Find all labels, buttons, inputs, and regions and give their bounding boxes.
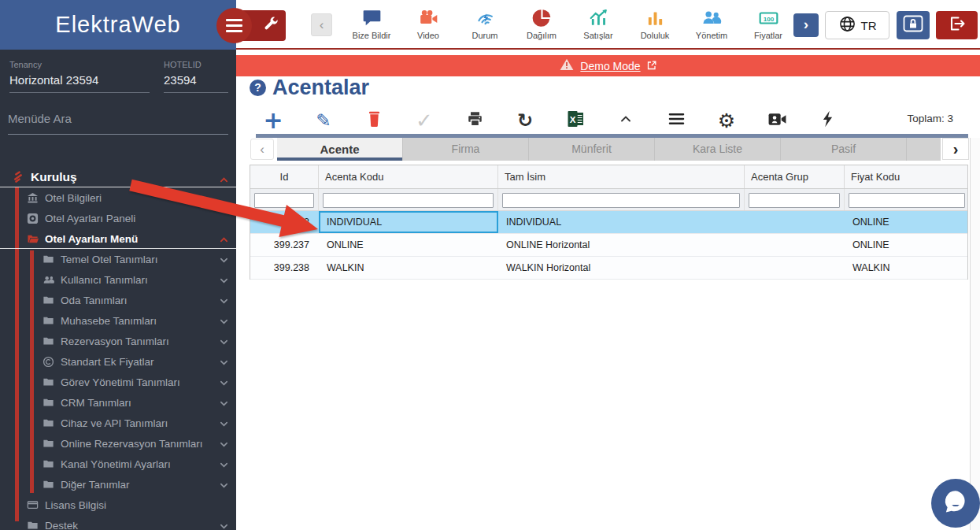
sidebar-item-temel-otel-tan-mlar-[interactable]: Temel Otel Tanımları [0, 249, 236, 269]
sidebar-item-label: Muhasebe Tanımları [61, 315, 157, 327]
sidebar-item-muhasebe-tan-mlar-[interactable]: Muhasebe Tanımları [0, 310, 236, 331]
lock-screen-button[interactable] [897, 11, 930, 39]
add-button[interactable]: + [261, 109, 285, 132]
nav-sat-lar[interactable]: Satışlar [570, 5, 627, 40]
cell-name[interactable]: INDIVIDUAL [498, 211, 745, 233]
approve-button[interactable]: ✓ [412, 109, 436, 132]
sidebar-item-rezervasyon-tan-mlar-[interactable]: Rezervasyon Tanımları [0, 331, 236, 351]
tab-strip: AcenteFirmaMünferitKara ListePasif [277, 138, 941, 161]
sidebar-item-label: Otel Ayarları Menü [45, 233, 138, 245]
tab-firma[interactable]: Firma [403, 138, 529, 161]
chevron-down-icon [220, 317, 228, 328]
main-area: ‹ Bize BildirVideoDurumDağılımSatışlarDo… [236, 0, 980, 530]
chevron-up-icon [220, 173, 228, 187]
print-icon [466, 110, 484, 131]
collapse-button[interactable] [614, 109, 638, 132]
demo-mode-banner: Demo Mode [236, 55, 980, 76]
support-chat-button[interactable] [931, 479, 980, 528]
sidebar-item-oda-tan-mlar-[interactable]: Oda Tanımları [0, 290, 236, 310]
cell-price[interactable]: ONLINE [845, 211, 969, 233]
table-row[interactable]: 399.238WALKINWALKIN HorizontalWALKIN [250, 257, 967, 280]
folder-icon [42, 254, 55, 265]
excel-export-button[interactable]: X [564, 109, 587, 132]
sidebar-item-cihaz-ve-api-tan-mlar-[interactable]: Cihaz ve API Tanımları [0, 413, 236, 433]
cell-name[interactable]: ONLINE Horizontal [498, 234, 745, 256]
tab-kara-liste[interactable]: Kara Liste [655, 138, 781, 161]
delete-button[interactable] [362, 109, 386, 132]
cell-group[interactable] [745, 257, 845, 279]
sidebar-item-kurulu-[interactable]: Kuruluş [0, 167, 236, 187]
nav-da-l-m[interactable]: Dağılım [513, 5, 570, 40]
filter-input-price[interactable] [849, 193, 965, 208]
sidebar-item-lisans-bilgisi[interactable]: Lisans Bilgisi [0, 495, 236, 515]
nav-label: Dağılım [527, 31, 557, 40]
cell-name[interactable]: WALKIN Horizontal [498, 257, 745, 279]
cell-price[interactable]: WALKIN [845, 257, 969, 279]
help-icon[interactable]: ? [250, 80, 266, 96]
column-header-id[interactable]: Id [250, 165, 319, 188]
sidebar-item-standart-ek-fiyatlar[interactable]: Standart Ek Fiyatlar [0, 351, 236, 372]
nav-doluluk[interactable]: Doluluk [627, 5, 683, 40]
filter-input-code[interactable] [323, 193, 494, 208]
folder-icon [42, 397, 55, 408]
tabs-scroll-right-button[interactable]: › [942, 138, 969, 160]
quick-actions-button[interactable] [815, 109, 839, 132]
tab-acente[interactable]: Acente [277, 138, 403, 161]
tab-pasif[interactable]: Pasif [781, 138, 907, 161]
sidebar-item-destek[interactable]: Destek [0, 515, 236, 530]
column-header-code[interactable]: Acenta Kodu [319, 165, 498, 188]
sidebar-item-g-rev-y-netimi-tan-mlar-[interactable]: Görev Yönetimi Tanımları [0, 372, 236, 392]
sidebar-item-label: Diğer Tanımlar [61, 479, 130, 491]
column-header-name[interactable]: Tam İsim [498, 165, 745, 188]
menu-search-input[interactable] [8, 112, 228, 135]
column-header-price[interactable]: Fiyat Kodu [845, 165, 969, 188]
sidebar-item-di-er-tan-mlar[interactable]: Diğer Tanımlar [0, 474, 236, 495]
tab-m-nferit[interactable]: Münferit [529, 138, 655, 161]
nav-bize-bildir[interactable]: Bize Bildir [343, 5, 400, 40]
back-button[interactable]: ‹ [311, 13, 332, 36]
svg-text:X: X [569, 115, 575, 124]
logout-button[interactable] [936, 11, 978, 39]
edit-button[interactable]: ✎ [312, 109, 335, 132]
cell-price[interactable]: ONLINE [845, 234, 969, 256]
cell-code[interactable]: ONLINE [319, 234, 498, 256]
filter-cell-code [319, 189, 498, 210]
settings-button[interactable]: ⚙ [715, 109, 738, 132]
filter-input-id[interactable] [254, 193, 314, 208]
list-menu-button[interactable] [664, 109, 688, 132]
sidebar-item-online-rezervasyon-tan-mlar-[interactable]: Online Rezervasyon Tanımları [0, 433, 236, 454]
nav-expand-button[interactable]: › [793, 13, 819, 37]
screen-record-button[interactable] [765, 109, 789, 132]
cell-group[interactable] [745, 234, 845, 256]
vertical-scrollbar[interactable] [970, 138, 980, 530]
cell-code[interactable]: INDIVIDUAL [319, 211, 498, 233]
refresh-button[interactable]: ↻ [513, 109, 537, 132]
cell-code[interactable]: WALKIN [319, 257, 498, 279]
sidebar-item-otel-bilgileri[interactable]: Otel Bilgileri [0, 187, 236, 208]
sidebar-item-kullan-c-tan-mlar-[interactable]: Kullanıcı Tanımları [0, 269, 236, 290]
print-button[interactable] [463, 109, 486, 132]
cell-id[interactable]: 399.238 [250, 257, 319, 279]
settings-icon: ⚙ [718, 111, 735, 131]
filter-input-name[interactable] [502, 193, 740, 208]
tabs-scroll-left-button[interactable]: ‹ [250, 139, 274, 160]
nav-video[interactable]: Video [400, 5, 457, 40]
table-row[interactable]: 42INDIVIDUALINDIVIDUALONLINE [250, 211, 967, 234]
sidebar-item-otel-ayarlar-paneli[interactable]: Otel Ayarları Paneli [0, 208, 236, 228]
nav-durum[interactable]: Durum [457, 5, 513, 40]
sidebar-item-crm-tan-mlar-[interactable]: CRM Tanımları [0, 392, 236, 413]
demo-mode-link[interactable]: Demo Mode [580, 60, 640, 72]
nav-fiyatlar[interactable]: 100Fiyatlar [740, 5, 797, 40]
cell-id[interactable]: 399.237 [250, 234, 319, 256]
sidebar-item-otel-ayarlar-men-[interactable]: Otel Ayarları Menü [0, 228, 236, 249]
sidebar-toggle-button[interactable] [216, 8, 252, 43]
nav-y-netim[interactable]: Yönetim [683, 5, 740, 40]
cell-group[interactable] [745, 211, 845, 233]
filter-input-group[interactable] [749, 193, 840, 208]
table-row[interactable]: 399.237ONLINEONLINE HorizontalONLINE [250, 234, 967, 257]
column-header-group[interactable]: Acenta Grup [745, 165, 845, 188]
grid-body: 42INDIVIDUALINDIVIDUALONLINE399.237ONLIN… [250, 211, 967, 280]
cell-id[interactable]: 42 [250, 211, 319, 233]
sidebar-item-kanal-y-netimi-ayarlar-[interactable]: Kanal Yönetimi Ayarları [0, 454, 236, 474]
language-button[interactable]: TR [825, 11, 889, 39]
